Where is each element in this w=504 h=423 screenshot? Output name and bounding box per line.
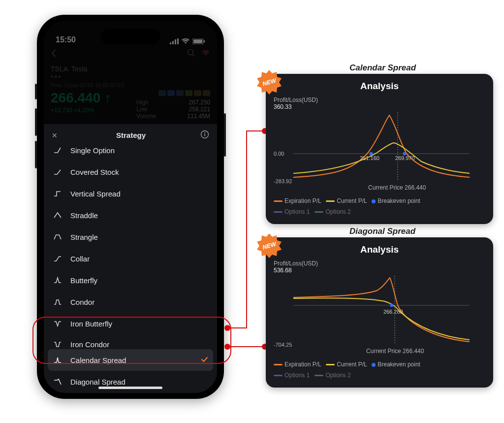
prev-close-label: Prev. Close 07/28 16:00:00 ET [51, 82, 210, 88]
strategy-item-label: Covered Stock [70, 168, 208, 176]
strategy-item-strangle[interactable]: Strangle [44, 226, 217, 248]
ymax-value: 360.33 [274, 103, 485, 110]
legend-options1: Options 1 [284, 372, 310, 379]
svg-rect-1 [172, 41, 174, 44]
yaxis-label: Profit/Loss(USD) [274, 260, 485, 267]
price-change: +10.730 +4.20% [51, 107, 111, 114]
strategy-item-butterfly[interactable]: Butterfly [44, 269, 217, 291]
strategy-item-label: Strangle [70, 233, 208, 241]
phone-vol-up [35, 108, 37, 136]
quote-main: 266.440 ↑ +10.730 +4.20% High267.250 Low… [51, 90, 210, 120]
close-button[interactable]: ✕ [52, 131, 62, 139]
info-button[interactable] [200, 130, 209, 140]
home-indicator[interactable] [98, 387, 162, 389]
strategy-item-vertical[interactable]: Vertical Spread [44, 183, 217, 204]
svg-rect-5 [193, 39, 202, 43]
strategy-item-diagonal[interactable]: Diagonal Spread [44, 371, 217, 392]
cellular-icon [170, 38, 179, 44]
callout-dot [224, 344, 230, 350]
legend-breakeven: Breakeven point [378, 361, 420, 368]
current-price-label: Current Price 266.440 [368, 184, 426, 191]
legend: Expiration P/L Current P/L Breakeven poi… [274, 196, 485, 217]
yaxis-label: Profit/Loss(USD) [274, 97, 485, 103]
current-price-label: Current Price 266.440 [366, 348, 424, 355]
svg-rect-6 [204, 40, 205, 43]
collar-icon [53, 254, 63, 263]
vertical-icon [53, 189, 63, 198]
strategy-item-label: Iron Condor [70, 340, 208, 349]
status-icons [170, 38, 205, 44]
legend-expiration: Expiration P/L [284, 197, 321, 204]
legend-breakeven: Breakeven point [378, 197, 420, 204]
back-button[interactable] [51, 49, 58, 59]
new-badge: NEW [256, 69, 283, 96]
up-arrow-icon: ↑ [104, 90, 111, 105]
phone-screen: 15:50 T [44, 21, 217, 393]
callout-connector [246, 131, 247, 328]
panel-title: Strategy [62, 131, 200, 139]
butterfly-icon [53, 275, 63, 285]
strategy-item-ironcondor[interactable]: Iron Condor [44, 334, 217, 349]
ticker-block: TSLA Tesla *** Prev. Close 07/28 16:00:0… [51, 65, 210, 88]
svg-rect-11 [204, 134, 205, 136]
quote-header: TSLA Tesla *** Prev. Close 07/28 16:00:0… [44, 44, 217, 120]
diagonal-analysis-card: Analysis Profit/Loss(USD) 536.68 -704.25… [266, 237, 493, 388]
new-badge: NEW [256, 232, 283, 259]
volume-label: Volume [136, 113, 156, 120]
search-button[interactable] [187, 48, 195, 60]
price-mask: *** [51, 74, 62, 82]
card-title: Analysis [274, 244, 485, 255]
status-bar: 15:50 [44, 21, 217, 45]
low-value: 258.221 [189, 106, 210, 113]
strategy-item-label: Single Option [70, 146, 208, 155]
calendar-analysis-card: Analysis Profit/Loss(USD) 360.33 0.00 -2… [266, 74, 493, 224]
straddle-icon [53, 210, 63, 220]
single-icon [53, 145, 63, 155]
chevron-left-icon [51, 50, 58, 57]
legend-current: Current P/L [337, 361, 367, 368]
strategy-item-label: Butterfly [70, 276, 208, 285]
legend-options1: Options 1 [284, 208, 310, 215]
card-title: Analysis [274, 81, 485, 92]
strategy-item-covered[interactable]: Covered Stock [44, 161, 217, 183]
wifi-icon [182, 38, 189, 44]
favorite-button[interactable] [201, 48, 210, 60]
calendar-icon [53, 355, 63, 365]
diagonal-plot: -704.25 266.280 Current Price 266.440 [274, 276, 470, 345]
last-price: 266.440 [51, 90, 100, 105]
battery-icon [192, 38, 205, 44]
legend: Expiration P/L Current P/L Breakeven poi… [274, 359, 485, 381]
strangle-icon [53, 232, 63, 242]
panel-header: ✕ Strategy [44, 124, 217, 146]
strategy-item-condor[interactable]: Condor [44, 291, 217, 313]
strategy-item-calendar[interactable]: Calendar Spread [48, 349, 213, 371]
svg-point-16 [403, 152, 407, 156]
strategy-item-custom[interactable]: Custom [44, 392, 217, 393]
legend-expiration: Expiration P/L [284, 361, 321, 368]
check-icon [200, 356, 208, 365]
strategy-item-label: Vertical Spread [70, 190, 208, 198]
callout-connector [230, 327, 247, 328]
svg-point-15 [370, 152, 373, 156]
strategy-item-label: Diagonal Spread [70, 378, 208, 386]
strategy-item-label: Iron Butterfly [70, 320, 208, 328]
heart-icon [201, 48, 210, 57]
legend-options2: Options 2 [325, 372, 350, 379]
strategy-item-single[interactable]: Single Option [44, 144, 217, 161]
ticker-name: Tesla [71, 65, 88, 73]
strategy-item-label: Condor [70, 298, 208, 306]
strategy-item-ironbfly[interactable]: Iron Butterfly [44, 313, 217, 334]
strategy-panel: ✕ Strategy Single OptionCovered StockVer… [44, 124, 217, 393]
callout-dot [224, 325, 230, 331]
status-time: 15:50 [56, 35, 76, 44]
legend-current: Current P/L [337, 197, 367, 204]
legend-options2: Options 2 [325, 208, 350, 215]
calendar-plot: 0.00 -283.92 251.160 269.970 Current Pri… [274, 112, 470, 181]
ymax-value: 536.68 [274, 267, 485, 274]
strategy-item-collar[interactable]: Collar [44, 248, 217, 269]
strategy-item-straddle[interactable]: Straddle [44, 204, 217, 226]
diagonal-caption: Diagonal Spread [349, 227, 415, 236]
svg-point-10 [204, 132, 205, 133]
strategy-list[interactable]: Single OptionCovered StockVertical Sprea… [44, 144, 217, 393]
nav-bar [51, 48, 210, 60]
